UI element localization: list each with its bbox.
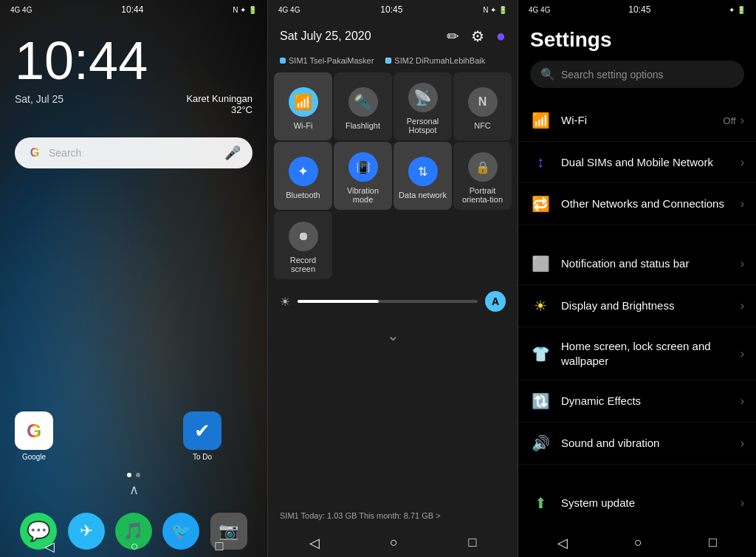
record-tile-label: Record screen <box>277 256 329 273</box>
settings-item-update[interactable]: ⬆ System update › <box>518 482 756 524</box>
lock-status-time: 10:44 <box>121 4 143 15</box>
wifi-settings-value: Off <box>724 115 736 126</box>
todo-app-label: To Do <box>193 453 212 461</box>
lock-time: 10:44 <box>0 19 267 87</box>
quick-tiles-row3: ⏺ Record screen <box>268 211 518 279</box>
lock-app-icons: G Google ✔ To Do <box>15 411 221 461</box>
bluetooth-tile-label: Bluetooth <box>286 191 320 199</box>
dualsim-chevron-icon: › <box>740 156 744 169</box>
sim2-label: SIM2 DiRumahLebihBaik <box>394 56 485 65</box>
nav-home-icon[interactable]: ○ <box>131 539 139 555</box>
dualsim-settings-right: › <box>740 156 744 169</box>
display-settings-label: Display and Brightness <box>561 298 730 313</box>
dot-2 <box>136 473 140 477</box>
notif-status-bar: 4G 4G 10:45 N ✦ 🔋 <box>268 0 518 19</box>
settings-title: Settings <box>518 19 756 61</box>
brightness-slider[interactable] <box>298 300 478 303</box>
brightness-control[interactable]: ☀ A <box>268 279 518 318</box>
sim-indicators: SIM1 Tsel-PakaiMasker SIM2 DiRumahLebihB… <box>268 53 518 72</box>
brightness-icon: ☀ <box>280 295 290 309</box>
wifi-tile-label: Wi-Fi <box>294 121 313 130</box>
othernetworks-settings-icon: 🔁 <box>530 195 551 213</box>
wifi-settings-label: Wi-Fi <box>561 113 713 128</box>
tile-data[interactable]: ⇅ Data network <box>394 142 452 210</box>
wifi-settings-right: Off › <box>724 114 744 127</box>
update-settings-right: › <box>740 496 744 510</box>
pull-down-icon: ⌄ <box>387 327 399 344</box>
google-app-icon[interactable]: G Google <box>15 411 53 461</box>
mic-icon[interactable]: 🎤 <box>224 145 241 161</box>
tile-hotspot[interactable]: 📡 Personal Hotspot <box>394 72 452 140</box>
tile-portrait[interactable]: 🔒 Portrait orienta-tion <box>453 142 512 210</box>
data-tile-icon: ⇅ <box>408 157 438 186</box>
edit-icon[interactable]: ✏ <box>447 27 459 45</box>
sim1-dot <box>280 58 286 64</box>
wifi-settings-icon: 📶 <box>530 112 551 129</box>
settings-search-bar[interactable]: 🔍 Search setting options <box>530 61 744 88</box>
settings-battery-icons: ✦ 🔋 <box>729 6 746 14</box>
tile-bluetooth[interactable]: ✦ Bluetooth <box>274 142 332 210</box>
tile-record[interactable]: ⏺ Record screen <box>274 211 332 279</box>
settings-item-homescreen[interactable]: 👕 Home screen, lock screen and wallpaper… <box>518 327 756 380</box>
display-chevron-icon: › <box>740 299 744 312</box>
settings-item-display[interactable]: ☀ Display and Brightness › <box>518 285 756 327</box>
settings-search-placeholder: Search setting options <box>561 69 664 81</box>
swipe-up-arrow: ∧ <box>129 482 139 498</box>
othernetworks-settings-label: Other Networks and Connections <box>561 197 730 211</box>
settings-icon[interactable]: ⚙ <box>471 27 484 45</box>
tile-wifi[interactable]: 📶 Wi-Fi <box>274 72 332 140</box>
sim2-dot <box>385 58 391 64</box>
dualsim-settings-label: Dual SIMs and Mobile Network <box>561 155 730 170</box>
notif-nav-recent[interactable]: □ <box>468 535 476 551</box>
settings-item-sound[interactable]: 🔊 Sound and vibration › <box>518 423 756 465</box>
settings-nav-recent[interactable]: □ <box>709 535 717 551</box>
update-settings-icon: ⬆ <box>530 494 551 512</box>
settings-item-wifi[interactable]: 📶 Wi-Fi Off › <box>518 100 756 142</box>
homescreen-chevron-icon: › <box>740 347 744 360</box>
hotspot-tile-label: Personal Hotspot <box>396 117 449 134</box>
tile-vibration[interactable]: 📳 Vibration mode <box>334 142 392 210</box>
settings-item-notification[interactable]: ⬜ Notification and status bar › <box>518 243 756 285</box>
wifi-chevron-icon: › <box>740 114 744 127</box>
dynamic-chevron-icon: › <box>740 394 744 408</box>
settings-status-time: 10:45 <box>628 4 650 15</box>
nav-recent-icon[interactable]: □ <box>215 539 223 555</box>
settings-list: 📶 Wi-Fi Off › ↕ Dual SIMs and Mobile Net… <box>518 100 756 524</box>
quick-tiles-row1: 📶 Wi-Fi 🔦 Flashlight 📡 Personal Hotspot … <box>268 72 518 140</box>
settings-nav-home[interactable]: ○ <box>634 535 642 551</box>
data-usage-row[interactable]: SIM1 Today: 1.03 GB This month: 8.71 GB … <box>268 504 518 527</box>
homescreen-settings-icon: 👕 <box>530 345 551 363</box>
tile-flashlight[interactable]: 🔦 Flashlight <box>334 72 392 140</box>
flashlight-tile-icon: 🔦 <box>348 87 378 117</box>
othernetworks-chevron-icon: › <box>740 197 744 211</box>
vibration-tile-icon: 📳 <box>348 152 378 182</box>
data-usage-text: SIM1 Today: 1.03 GB This month: 8.71 GB … <box>280 511 441 520</box>
nav-back-icon[interactable]: ◁ <box>44 539 55 555</box>
record-tile-icon: ⏺ <box>289 222 318 251</box>
settings-item-dynamic[interactable]: 🔃 Dynamic Effects › <box>518 380 756 423</box>
settings-item-dualsim[interactable]: ↕ Dual SIMs and Mobile Network › <box>518 142 756 183</box>
settings-item-othernetworks[interactable]: 🔁 Other Networks and Connections › <box>518 183 756 225</box>
notif-nav-home[interactable]: ○ <box>390 535 398 551</box>
display-settings-right: › <box>740 299 744 312</box>
tile-nfc[interactable]: N NFC <box>453 72 512 140</box>
assistant-icon[interactable]: ● <box>496 27 506 46</box>
flashlight-tile-label: Flashlight <box>346 121 380 130</box>
sound-chevron-icon: › <box>740 437 744 450</box>
notif-nav-back[interactable]: ◁ <box>309 535 320 551</box>
pull-handle-area[interactable]: ⌄ <box>268 318 518 353</box>
update-settings-label: System update <box>561 496 730 510</box>
todo-app-icon[interactable]: ✔ To Do <box>183 411 221 461</box>
notif-header-actions: ✏ ⚙ ● <box>447 27 506 46</box>
section-gap-1 <box>518 225 756 243</box>
notif-date: Sat July 25, 2020 <box>280 30 371 43</box>
sound-settings-icon: 🔊 <box>530 434 551 452</box>
google-app-label: Google <box>22 453 46 461</box>
user-avatar[interactable]: A <box>485 291 506 312</box>
section-gap-2 <box>518 465 756 482</box>
settings-nav-back[interactable]: ◁ <box>557 535 568 551</box>
vibration-tile-label: Vibration mode <box>337 186 389 204</box>
sound-settings-right: › <box>740 437 744 450</box>
google-logo: G <box>27 145 43 161</box>
lock-search-bar[interactable]: G Search 🎤 <box>15 137 252 168</box>
